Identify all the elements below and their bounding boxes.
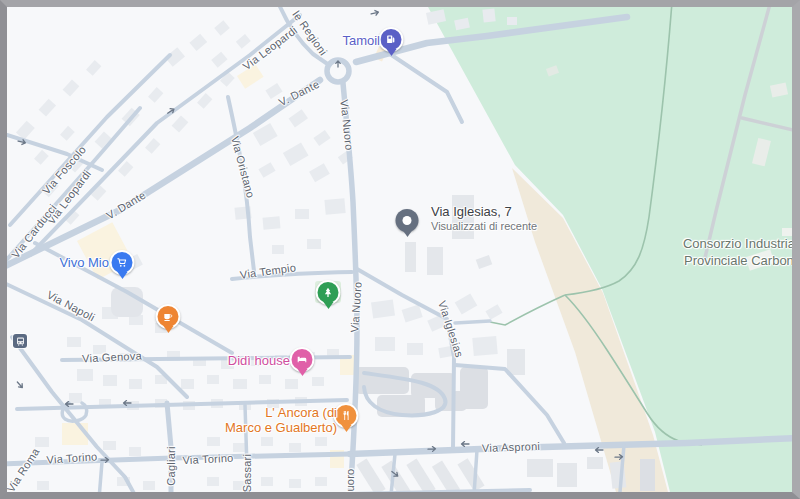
poi-label-ancora[interactable]: L' Ancora (di Marco e Gualberto)	[209, 405, 337, 435]
poi-park[interactable]	[316, 280, 341, 312]
street-label-cagliari: Cagliari	[165, 446, 177, 485]
recent-place-subtitle: Visualizzati di recente	[431, 220, 537, 232]
street-label-via-asproni: Via Asproni	[482, 440, 541, 454]
poi-didi-house[interactable]	[290, 347, 315, 379]
poi-tamoil[interactable]	[379, 27, 404, 59]
street-label-sassari: Sassari	[241, 454, 253, 492]
poi-label-ancora-line2[interactable]: Marco e Gualberto)	[209, 420, 337, 435]
area-label-line2: Provinciale Carbonia	[669, 252, 792, 269]
poi-label-tamoil[interactable]: Tamoil	[332, 33, 380, 48]
poi-label-didi-house[interactable]: Didì house	[215, 353, 290, 368]
recent-place-pin-icon[interactable]	[396, 209, 419, 232]
recent-place-title[interactable]: Via Iglesias, 7	[431, 204, 512, 219]
map-canvas[interactable]: le Regioni Via Leopardi V. Dante Via Nuo…	[7, 7, 792, 492]
area-label-consorzio: Consorzio Industriale Provinciale Carbon…	[669, 235, 792, 269]
area-label-line1: Consorzio Industriale	[669, 235, 792, 252]
poi-recent-place[interactable]	[396, 209, 421, 241]
window-frame: le Regioni Via Leopardi V. Dante Via Nuo…	[0, 0, 800, 499]
poi-cafe[interactable]	[156, 304, 181, 336]
poi-label-ancora-line1[interactable]: L' Ancora (di	[209, 405, 337, 420]
poi-vivo-mio[interactable]	[110, 250, 135, 282]
poi-label-vivo-mio[interactable]: Vivo Mio	[45, 255, 109, 270]
poi-ancora-restaurant[interactable]	[334, 403, 359, 435]
bus-station-icon[interactable]	[13, 334, 27, 348]
street-label-via-nuoro-bottom: Via Nuoro	[344, 469, 356, 492]
